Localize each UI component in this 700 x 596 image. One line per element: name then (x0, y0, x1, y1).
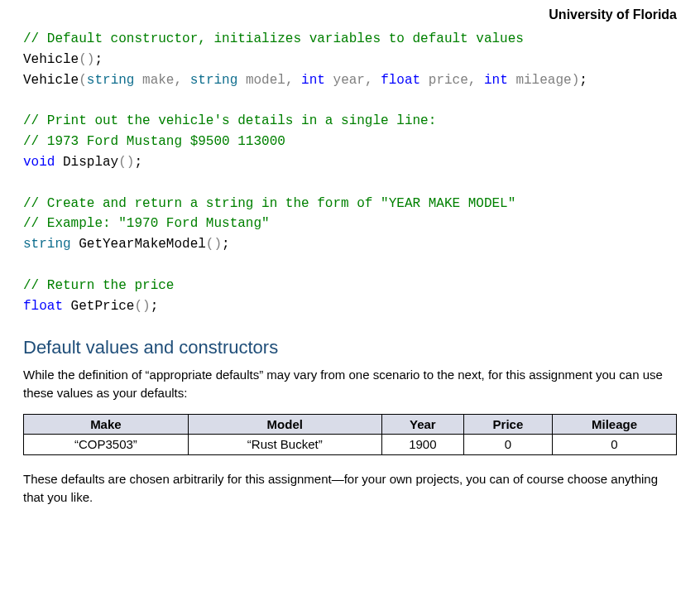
comma: , (468, 73, 477, 88)
cell-year: 1900 (381, 435, 463, 455)
comma: , (174, 73, 182, 88)
comment: // Print out the vehicle's details in a … (23, 113, 436, 128)
parens: () (79, 52, 94, 67)
col-price: Price (463, 414, 552, 435)
param: mileage (508, 73, 572, 88)
parens: () (118, 155, 134, 170)
code-block: // Default constructor, initializes vari… (23, 29, 677, 316)
kw-float: float (23, 299, 63, 314)
cell-model: “Rust Bucket” (188, 435, 381, 455)
col-mileage: Mileage (552, 414, 676, 435)
param: make (134, 73, 174, 88)
comment: // Example: "1970 Ford Mustang" (23, 216, 270, 231)
col-year: Year (381, 414, 463, 435)
parens: () (206, 237, 222, 252)
section-intro: While the definition of “appropriate def… (23, 366, 677, 402)
lparen: ( (79, 73, 87, 88)
section-outro: These defaults are chosen arbitrarily fo… (23, 470, 677, 507)
type-float: float (381, 73, 420, 88)
fn-getprice: GetPrice (63, 299, 134, 314)
parens: () (134, 299, 150, 314)
cell-mileage: 0 (552, 435, 676, 455)
kw-void: void (23, 155, 55, 170)
comment: // Create and return a string in the for… (23, 196, 515, 211)
type-string: string (87, 73, 135, 88)
space (476, 73, 484, 88)
fn-ymm: GetYearMakeModel (71, 237, 206, 252)
fn-display: Display (55, 155, 118, 170)
section-heading: Default values and constructors (23, 334, 677, 361)
space (294, 73, 302, 88)
cell-price: 0 (463, 435, 552, 455)
param: year (325, 73, 365, 88)
param: price (420, 73, 468, 88)
comment: // 1973 Ford Mustang $9500 113000 (23, 134, 285, 149)
comment: // Return the price (23, 278, 174, 293)
type-string: string (190, 73, 238, 88)
semi: ; (579, 73, 587, 88)
type-int: int (301, 73, 325, 88)
ctor-default: Vehicle (23, 52, 79, 67)
col-model: Model (188, 414, 381, 435)
semi: ; (94, 52, 103, 67)
comma: , (365, 73, 373, 88)
rparen: ) (572, 73, 580, 88)
page-header-institution: University of Florida (23, 0, 677, 29)
cell-make: “COP3503” (24, 435, 189, 455)
type-int: int (484, 73, 508, 88)
comma: , (285, 73, 294, 88)
defaults-table: Make Model Year Price Mileage “COP3503” … (23, 414, 677, 456)
type-string: string (23, 237, 71, 252)
table-row: “COP3503” “Rust Bucket” 1900 0 0 (24, 435, 677, 455)
col-make: Make (24, 414, 189, 435)
space (182, 73, 190, 88)
param: model (237, 73, 285, 88)
semi: ; (222, 237, 230, 252)
ctor-param-name: Vehicle (23, 73, 79, 88)
comment: // Default constructor, initializes vari… (23, 31, 524, 46)
space (373, 73, 381, 88)
semi: ; (134, 155, 142, 170)
table-header-row: Make Model Year Price Mileage (24, 414, 677, 435)
semi: ; (151, 299, 159, 314)
